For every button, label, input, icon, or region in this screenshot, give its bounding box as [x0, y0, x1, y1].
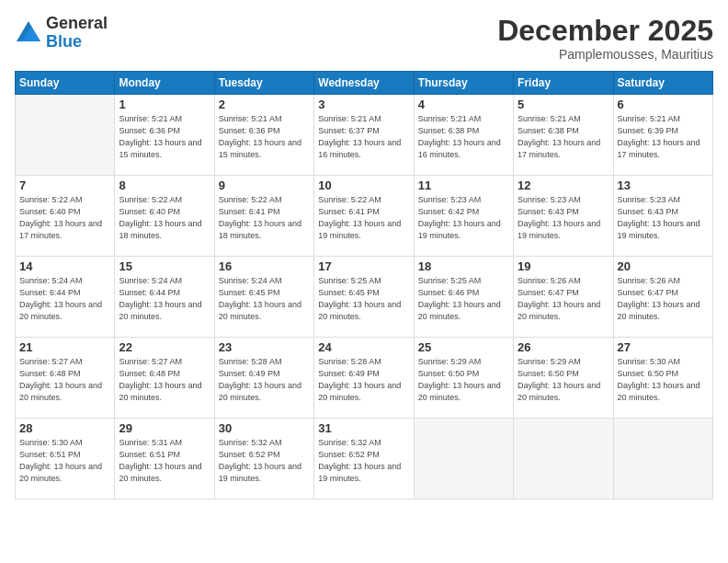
calendar-cell: 12Sunrise: 5:23 AMSunset: 6:43 PMDayligh… [514, 176, 613, 257]
day-info: Sunrise: 5:22 AMSunset: 6:41 PMDaylight:… [318, 194, 409, 242]
day-info: Sunrise: 5:28 AMSunset: 6:49 PMDaylight:… [219, 356, 310, 404]
calendar-cell [514, 419, 613, 500]
logo-general: General [46, 15, 108, 33]
calendar-cell: 4Sunrise: 5:21 AMSunset: 6:38 PMDaylight… [414, 95, 513, 176]
calendar-week-row: 14Sunrise: 5:24 AMSunset: 6:44 PMDayligh… [16, 257, 713, 338]
logo-text: General Blue [46, 15, 108, 52]
day-number: 5 [518, 98, 609, 111]
day-number: 6 [618, 98, 709, 111]
calendar-table: SundayMondayTuesdayWednesdayThursdayFrid… [15, 71, 713, 500]
day-number: 31 [318, 421, 409, 435]
day-info: Sunrise: 5:30 AMSunset: 6:51 PMDaylight:… [19, 437, 110, 485]
day-number: 16 [219, 259, 310, 273]
day-number: 29 [119, 421, 210, 435]
day-info: Sunrise: 5:22 AMSunset: 6:41 PMDaylight:… [219, 194, 310, 242]
day-number: 27 [618, 340, 709, 354]
calendar-cell: 28Sunrise: 5:30 AMSunset: 6:51 PMDayligh… [16, 419, 115, 500]
day-number: 13 [618, 178, 709, 192]
calendar-cell: 29Sunrise: 5:31 AMSunset: 6:51 PMDayligh… [115, 419, 214, 500]
day-info: Sunrise: 5:26 AMSunset: 6:47 PMDaylight:… [518, 275, 609, 323]
day-info: Sunrise: 5:24 AMSunset: 6:44 PMDaylight:… [19, 275, 110, 323]
calendar-cell: 10Sunrise: 5:22 AMSunset: 6:41 PMDayligh… [314, 176, 414, 257]
calendar-cell: 16Sunrise: 5:24 AMSunset: 6:45 PMDayligh… [214, 257, 313, 338]
calendar-cell: 5Sunrise: 5:21 AMSunset: 6:38 PMDaylight… [514, 95, 613, 176]
day-number: 7 [19, 178, 110, 192]
calendar-cell: 17Sunrise: 5:25 AMSunset: 6:45 PMDayligh… [314, 257, 414, 338]
calendar-cell [613, 419, 712, 500]
calendar-cell: 26Sunrise: 5:29 AMSunset: 6:50 PMDayligh… [514, 338, 613, 419]
day-number: 11 [418, 178, 509, 192]
day-info: Sunrise: 5:23 AMSunset: 6:43 PMDaylight:… [618, 194, 709, 242]
day-info: Sunrise: 5:21 AMSunset: 6:37 PMDaylight:… [318, 113, 409, 161]
month-title: December 2025 [497, 15, 713, 47]
day-number: 15 [119, 259, 210, 273]
calendar-cell: 22Sunrise: 5:27 AMSunset: 6:48 PMDayligh… [115, 338, 214, 419]
calendar-cell: 13Sunrise: 5:23 AMSunset: 6:43 PMDayligh… [613, 176, 712, 257]
day-info: Sunrise: 5:32 AMSunset: 6:52 PMDaylight:… [318, 437, 409, 485]
day-number: 8 [119, 178, 210, 192]
calendar-cell: 3Sunrise: 5:21 AMSunset: 6:37 PMDaylight… [314, 95, 414, 176]
calendar-week-row: 28Sunrise: 5:30 AMSunset: 6:51 PMDayligh… [16, 419, 713, 500]
calendar-col-header: Thursday [414, 72, 513, 95]
day-info: Sunrise: 5:25 AMSunset: 6:46 PMDaylight:… [418, 275, 509, 323]
calendar-cell: 2Sunrise: 5:21 AMSunset: 6:36 PMDaylight… [214, 95, 313, 176]
day-info: Sunrise: 5:21 AMSunset: 6:36 PMDaylight:… [219, 113, 310, 161]
calendar-cell: 7Sunrise: 5:22 AMSunset: 6:40 PMDaylight… [16, 176, 115, 257]
day-info: Sunrise: 5:22 AMSunset: 6:40 PMDaylight:… [19, 194, 110, 242]
day-number: 21 [19, 340, 110, 354]
calendar-col-header: Friday [514, 72, 613, 95]
location-subtitle: Pamplemousses, Mauritius [497, 47, 713, 62]
calendar-week-row: 21Sunrise: 5:27 AMSunset: 6:48 PMDayligh… [16, 338, 713, 419]
day-number: 25 [418, 340, 509, 354]
day-info: Sunrise: 5:32 AMSunset: 6:52 PMDaylight:… [219, 437, 310, 485]
title-block: December 2025 Pamplemousses, Mauritius [497, 15, 713, 62]
logo-blue: Blue [46, 33, 108, 52]
day-info: Sunrise: 5:25 AMSunset: 6:45 PMDaylight:… [318, 275, 409, 323]
day-number: 9 [219, 178, 310, 192]
calendar-cell: 15Sunrise: 5:24 AMSunset: 6:44 PMDayligh… [115, 257, 214, 338]
day-number: 24 [318, 340, 409, 354]
day-info: Sunrise: 5:21 AMSunset: 6:38 PMDaylight:… [518, 113, 609, 161]
day-info: Sunrise: 5:26 AMSunset: 6:47 PMDaylight:… [618, 275, 709, 323]
calendar-col-header: Sunday [16, 72, 115, 95]
logo-icon [15, 19, 42, 47]
day-number: 4 [418, 98, 509, 111]
day-info: Sunrise: 5:22 AMSunset: 6:40 PMDaylight:… [119, 194, 210, 242]
day-number: 20 [618, 259, 709, 273]
day-info: Sunrise: 5:27 AMSunset: 6:48 PMDaylight:… [119, 356, 210, 404]
day-number: 17 [318, 259, 409, 273]
calendar-cell: 6Sunrise: 5:21 AMSunset: 6:39 PMDaylight… [613, 95, 712, 176]
day-info: Sunrise: 5:30 AMSunset: 6:50 PMDaylight:… [618, 356, 709, 404]
calendar-cell [414, 419, 513, 500]
calendar-cell: 25Sunrise: 5:29 AMSunset: 6:50 PMDayligh… [414, 338, 513, 419]
calendar-cell: 19Sunrise: 5:26 AMSunset: 6:47 PMDayligh… [514, 257, 613, 338]
calendar-cell: 20Sunrise: 5:26 AMSunset: 6:47 PMDayligh… [613, 257, 712, 338]
calendar-cell: 27Sunrise: 5:30 AMSunset: 6:50 PMDayligh… [613, 338, 712, 419]
calendar-cell: 24Sunrise: 5:28 AMSunset: 6:49 PMDayligh… [314, 338, 414, 419]
calendar-cell: 1Sunrise: 5:21 AMSunset: 6:36 PMDaylight… [115, 95, 214, 176]
day-info: Sunrise: 5:23 AMSunset: 6:43 PMDaylight:… [518, 194, 609, 242]
day-info: Sunrise: 5:21 AMSunset: 6:36 PMDaylight:… [119, 113, 210, 161]
day-number: 30 [219, 421, 310, 435]
day-info: Sunrise: 5:27 AMSunset: 6:48 PMDaylight:… [19, 356, 110, 404]
calendar-cell [16, 95, 115, 176]
calendar-cell: 8Sunrise: 5:22 AMSunset: 6:40 PMDaylight… [115, 176, 214, 257]
day-number: 26 [518, 340, 609, 354]
day-info: Sunrise: 5:21 AMSunset: 6:39 PMDaylight:… [618, 113, 709, 161]
header: General Blue December 2025 Pamplemousses… [15, 15, 713, 62]
calendar-cell: 30Sunrise: 5:32 AMSunset: 6:52 PMDayligh… [214, 419, 313, 500]
day-info: Sunrise: 5:28 AMSunset: 6:49 PMDaylight:… [318, 356, 409, 404]
day-number: 12 [518, 178, 609, 192]
logo: General Blue [15, 15, 108, 52]
calendar-cell: 21Sunrise: 5:27 AMSunset: 6:48 PMDayligh… [16, 338, 115, 419]
day-info: Sunrise: 5:21 AMSunset: 6:38 PMDaylight:… [418, 113, 509, 161]
day-number: 1 [119, 98, 210, 111]
page: General Blue December 2025 Pamplemousses… [0, 0, 728, 563]
calendar-col-header: Saturday [613, 72, 712, 95]
day-info: Sunrise: 5:31 AMSunset: 6:51 PMDaylight:… [119, 437, 210, 485]
calendar-header-row: SundayMondayTuesdayWednesdayThursdayFrid… [16, 72, 713, 95]
calendar-cell: 11Sunrise: 5:23 AMSunset: 6:42 PMDayligh… [414, 176, 513, 257]
day-number: 23 [219, 340, 310, 354]
day-number: 10 [318, 178, 409, 192]
day-number: 14 [19, 259, 110, 273]
